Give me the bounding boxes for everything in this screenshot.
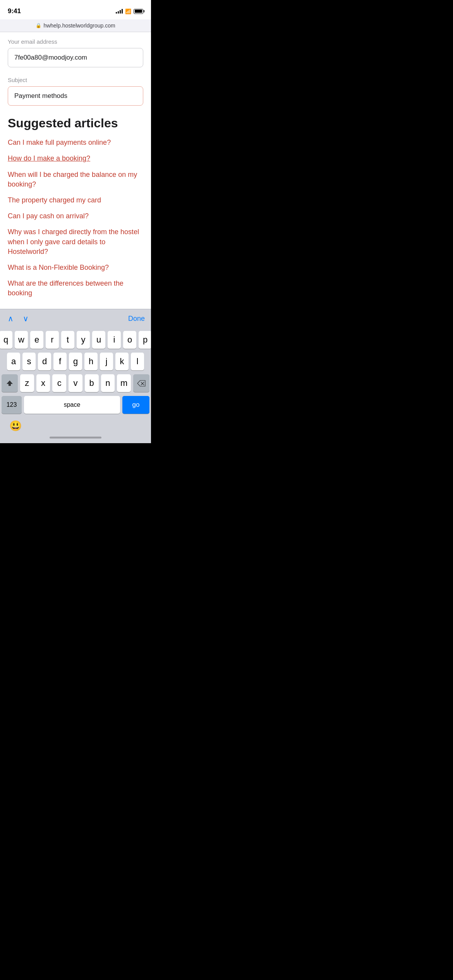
key-p[interactable]: p (139, 331, 151, 349)
key-m[interactable]: m (117, 374, 131, 392)
key-a[interactable]: a (7, 353, 20, 370)
article-link-4[interactable]: Can I pay cash on arrival? (8, 211, 143, 221)
key-g[interactable]: g (69, 353, 82, 370)
key-r[interactable]: r (46, 331, 59, 349)
keyboard-row-4: 123 space go (2, 396, 149, 414)
wifi-icon: 📶 (125, 9, 131, 14)
browser-bar: 🔒 hwhelp.hostelworldgroup.com (0, 19, 151, 32)
article-link-6[interactable]: What is a Non-Flexible Booking? (8, 263, 143, 272)
key-h[interactable]: h (84, 353, 98, 370)
key-n[interactable]: n (101, 374, 115, 392)
emoji-button[interactable]: 😃 (9, 420, 22, 432)
status-bar: 9:41 📶 (0, 0, 151, 19)
space-key[interactable]: space (24, 396, 120, 414)
key-e[interactable]: e (30, 331, 43, 349)
nav-up-button[interactable]: ∧ (6, 312, 15, 325)
backspace-key[interactable] (133, 374, 149, 392)
article-link-5[interactable]: Why was I charged directly from the host… (8, 227, 143, 257)
article-link-3[interactable]: The property charged my card (8, 195, 143, 205)
suggested-articles-title: Suggested articles (8, 117, 143, 130)
key-u[interactable]: u (92, 331, 105, 349)
nav-down-button[interactable]: ∨ (21, 312, 30, 325)
key-v[interactable]: v (69, 374, 82, 392)
status-icons: 📶 (116, 9, 143, 14)
key-s[interactable]: s (22, 353, 36, 370)
key-z[interactable]: z (20, 374, 34, 392)
bottom-bar: 😃 (2, 418, 149, 435)
main-content: Your email address Subject Suggested art… (0, 32, 151, 309)
key-o[interactable]: o (123, 331, 136, 349)
subject-label: Subject (8, 77, 143, 83)
home-indicator (2, 435, 149, 442)
key-d[interactable]: d (38, 353, 51, 370)
keyboard-row-2: a s d f g h j k l (2, 353, 149, 370)
lock-icon: 🔒 (36, 23, 41, 28)
subject-section: Subject (0, 70, 151, 109)
key-x[interactable]: x (36, 374, 50, 392)
keyboard-row-3: z x c v b n m (2, 374, 149, 392)
email-label: Your email address (8, 38, 143, 45)
key-c[interactable]: c (52, 374, 66, 392)
suggested-articles-section: Suggested articles Can I make full payme… (0, 109, 151, 309)
article-link-0[interactable]: Can I make full payments online? (8, 138, 143, 147)
key-q[interactable]: q (0, 331, 12, 349)
battery-icon (134, 9, 143, 14)
key-y[interactable]: y (77, 331, 90, 349)
key-j[interactable]: j (100, 353, 113, 370)
keyboard: q w e r t y u i o p a s d f g h j k l z … (0, 328, 151, 443)
key-l[interactable]: l (131, 353, 144, 370)
shift-key[interactable] (2, 374, 18, 392)
article-link-7[interactable]: What are the differences between the boo… (8, 279, 143, 298)
home-pill (50, 437, 101, 439)
num-key[interactable]: 123 (2, 396, 22, 414)
done-button[interactable]: Done (128, 315, 145, 323)
url-bar: 🔒 hwhelp.hostelworldgroup.com (36, 22, 115, 29)
email-input[interactable] (8, 48, 143, 67)
key-k[interactable]: k (115, 353, 129, 370)
key-w[interactable]: w (15, 331, 28, 349)
key-b[interactable]: b (85, 374, 99, 392)
key-i[interactable]: i (108, 331, 121, 349)
article-link-1[interactable]: How do I make a booking? (8, 154, 143, 163)
toolbar-nav: ∧ ∨ (6, 312, 30, 325)
subject-input[interactable] (8, 86, 143, 106)
keyboard-row-1: q w e r t y u i o p (2, 331, 149, 349)
status-time: 9:41 (8, 7, 21, 15)
article-link-2[interactable]: When will I be charged the balance on my… (8, 170, 143, 189)
key-f[interactable]: f (53, 353, 67, 370)
email-section: Your email address (0, 32, 151, 70)
signal-icon (116, 9, 123, 14)
key-t[interactable]: t (61, 331, 74, 349)
url-text: hwhelp.hostelworldgroup.com (43, 22, 115, 29)
keyboard-toolbar: ∧ ∨ Done (0, 309, 151, 328)
go-key[interactable]: go (122, 396, 149, 414)
